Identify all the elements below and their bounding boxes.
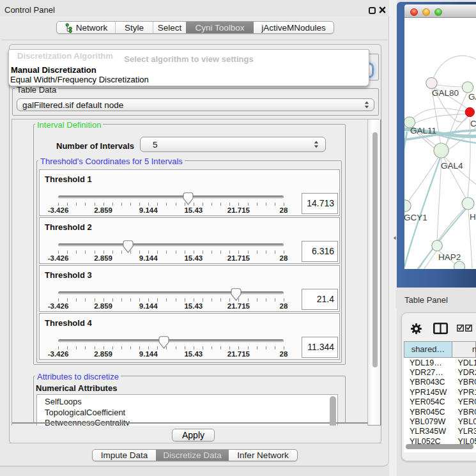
svg-text:GAL4: GAL4 [441, 161, 463, 171]
svg-text:GCY1: GCY1 [404, 213, 427, 222]
svg-text:H: H [470, 212, 476, 222]
svg-text:C: C [470, 119, 476, 128]
svg-text:HAP2: HAP2 [438, 252, 461, 262]
svg-text:GAL80: GAL80 [432, 88, 459, 98]
svg-text:GA: GA [468, 92, 476, 102]
svg-text:GAL11: GAL11 [410, 126, 436, 135]
